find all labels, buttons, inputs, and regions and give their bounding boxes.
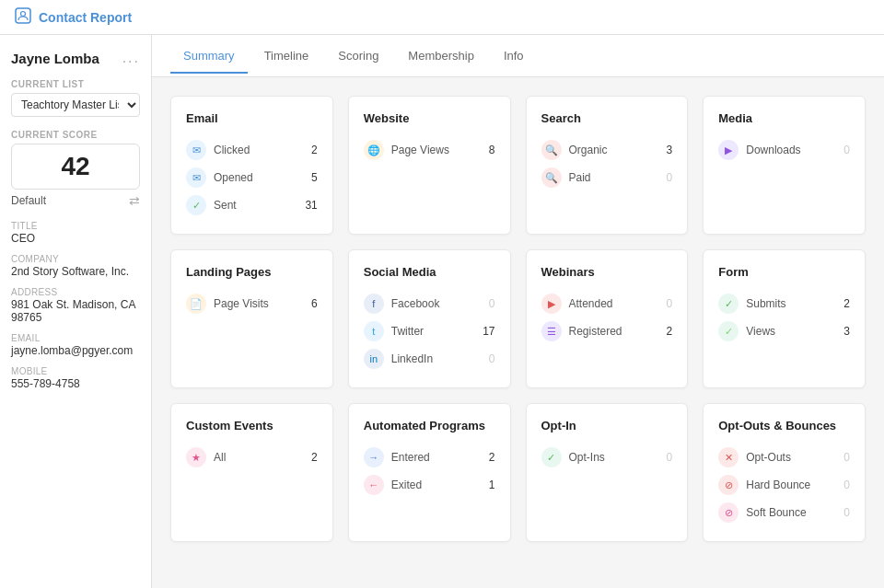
icon-paid-icon: 🔍 [541, 167, 562, 188]
card-row-label: Opt-Ins [569, 451, 651, 464]
card-row-label: Opened [214, 171, 296, 184]
current-list-label: CURRENT LIST [11, 79, 140, 89]
icon-email-clicked-icon: ✉ [186, 140, 206, 160]
icon-twitter-icon: t [364, 321, 384, 341]
card-row: 🌐Page Views8 [364, 136, 495, 164]
card-title-opt-outs-bounces: Opt-Outs & Bounces [718, 419, 850, 432]
main-area: Summary Timeline Scoring Membership Info… [152, 35, 884, 588]
card-row-value: 0 [657, 297, 672, 310]
card-row-label: LinkedIn [391, 352, 473, 365]
icon-form-submits-icon: ✓ [718, 294, 739, 314]
card-row-value: 31 [303, 199, 318, 212]
card-automated-programs: Automated Programs→Entered2←Exited1 [348, 403, 511, 542]
icon-organic-icon: 🔍 [541, 140, 562, 160]
card-row-label: Clicked [214, 144, 296, 156]
card-row-value: 0 [657, 451, 672, 464]
card-row: ☰Registered2 [541, 317, 673, 345]
card-row: ▶Attended0 [541, 290, 673, 317]
email-label: Email [11, 333, 140, 343]
card-row-label: Page Visits [214, 297, 296, 310]
card-search: Search🔍Organic3🔍Paid0 [526, 96, 689, 235]
icon-auto-exited-icon: ← [364, 475, 384, 495]
icon-downloads-icon: ▶ [718, 140, 739, 160]
card-row-label: Facebook [391, 297, 473, 310]
card-row-value: 8 [481, 144, 495, 156]
card-custom-events: Custom Events★All2 [170, 403, 333, 542]
top-bar-title: Contact Report [39, 10, 132, 25]
card-opt-in: Opt-In✓Opt-Ins0 [526, 403, 689, 542]
tab-scoring[interactable]: Scoring [325, 40, 391, 74]
card-row-value: 17 [481, 325, 495, 338]
company-value: 2nd Story Software, Inc. [11, 265, 140, 278]
tab-summary[interactable]: Summary [170, 40, 248, 74]
score-number: 42 [19, 152, 132, 181]
card-row-label: Submits [746, 297, 828, 310]
company-label: Company [11, 254, 140, 264]
card-row: →Entered2 [364, 444, 495, 471]
card-row-value: 2 [303, 144, 318, 156]
card-row: fFacebook0 [364, 290, 495, 317]
icon-soft-bounce-icon: ⊘ [718, 502, 739, 523]
card-row-value: 2 [835, 297, 850, 310]
current-score-label: CURRENT SCORE [11, 130, 140, 140]
card-row-value: 2 [303, 451, 318, 464]
card-row: ⊘Hard Bounce0 [718, 471, 850, 499]
card-social-media: Social MediafFacebook0tTwitter17inLinked… [348, 249, 511, 388]
title-label: Title [11, 221, 140, 231]
icon-opt-in-icon: ✓ [541, 447, 562, 467]
mobile-label: Mobile [11, 366, 140, 376]
top-bar: Contact Report [0, 0, 884, 35]
card-row-label: Registered [569, 325, 651, 338]
card-row-label: Entered [391, 451, 473, 464]
card-form: Form✓Submits2✓Views3 [703, 249, 866, 388]
icon-webinar-registered-icon: ☰ [541, 321, 562, 341]
icon-email-sent-icon: ✓ [186, 195, 206, 215]
card-row-value: 2 [481, 451, 495, 464]
card-row-value: 0 [835, 506, 850, 519]
card-row-label: Organic [569, 144, 651, 156]
address-value: 981 Oak St. Madison, CA 98765 [11, 298, 140, 324]
card-title-email: Email [186, 111, 318, 125]
card-row-value: 0 [657, 171, 672, 184]
card-row-value: 0 [835, 478, 850, 491]
sidebar-menu-button[interactable]: ... [122, 50, 140, 66]
card-row: ✕Opt-Outs0 [718, 444, 850, 471]
card-title-form: Form [718, 265, 850, 279]
card-title-automated-programs: Automated Programs [364, 419, 495, 432]
contact-report-icon [15, 7, 31, 28]
current-list-select[interactable]: Teachtory Master List [11, 93, 140, 117]
content-area: Email✉Clicked2✉Opened5✓Sent31Website🌐Pag… [152, 77, 884, 588]
card-title-opt-in: Opt-In [541, 419, 673, 432]
card-grid: Email✉Clicked2✉Opened5✓Sent31Website🌐Pag… [170, 96, 866, 542]
score-swap-icon[interactable]: ⇄ [129, 193, 140, 208]
card-row: ✓Submits2 [718, 290, 850, 317]
card-opt-outs-bounces: Opt-Outs & Bounces✕Opt-Outs0⊘Hard Bounce… [703, 403, 866, 542]
icon-webinar-attended-icon: ▶ [541, 294, 562, 314]
card-row: ✓Views3 [718, 317, 850, 345]
card-row-value: 5 [303, 171, 318, 184]
card-row-label: Soft Bounce [746, 506, 828, 519]
card-row: 🔍Organic3 [541, 136, 673, 164]
card-row-value: 0 [481, 297, 495, 310]
card-row: 📄Page Visits6 [186, 290, 318, 317]
card-row-label: Exited [391, 478, 473, 491]
card-row: inLinkedIn0 [364, 345, 495, 373]
card-row-label: Downloads [746, 144, 828, 156]
tab-info[interactable]: Info [491, 40, 537, 74]
card-row-label: Opt-Outs [746, 451, 828, 464]
tab-timeline[interactable]: Timeline [251, 40, 322, 74]
icon-email-opened-icon: ✉ [186, 167, 206, 188]
card-title-social-media: Social Media [364, 265, 495, 279]
score-default-label: Default [11, 194, 46, 207]
svg-point-1 [21, 11, 26, 16]
card-row: ✓Sent31 [186, 191, 318, 219]
card-row-label: Sent [214, 199, 296, 212]
score-box: 42 [11, 144, 140, 190]
card-row: ▶Downloads0 [718, 136, 850, 164]
icon-auto-entered-icon: → [364, 447, 384, 467]
address-label: Address [11, 287, 140, 297]
tab-membership[interactable]: Membership [395, 40, 487, 74]
icon-custom-all-icon: ★ [186, 447, 206, 467]
card-title-custom-events: Custom Events [186, 419, 318, 432]
icon-facebook-icon: f [364, 294, 384, 314]
